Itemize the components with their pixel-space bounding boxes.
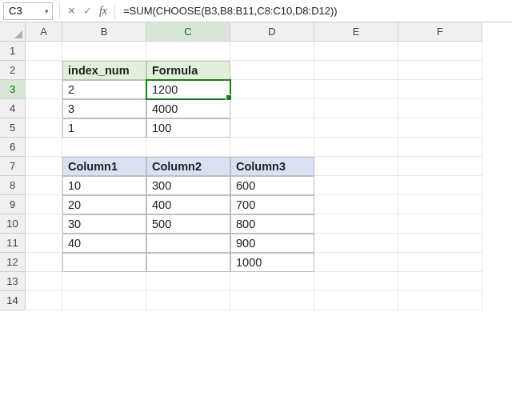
cell-D11[interactable]: 900 [230,234,314,253]
cell-A6[interactable] [26,138,62,157]
cell-D4[interactable] [230,99,314,118]
cell-D2[interactable] [230,61,314,80]
row-header-8[interactable]: 8 [0,176,26,195]
cell-D1[interactable] [230,42,314,61]
col-header-E[interactable]: E [314,22,398,42]
cell-F5[interactable] [398,118,482,138]
cell-F13[interactable] [398,272,482,291]
cell-A7[interactable] [26,157,62,176]
row-header-14[interactable]: 14 [0,291,26,310]
cell-E11[interactable] [314,234,398,253]
cell-E4[interactable] [314,99,398,118]
cell-E12[interactable] [314,253,398,272]
cell-C13[interactable] [146,272,230,291]
cell-C3[interactable]: 1200 [146,80,230,99]
cell-E9[interactable] [314,195,398,214]
cell-F12[interactable] [398,253,482,272]
cell-A8[interactable] [26,176,62,195]
cell-A1[interactable] [26,42,62,61]
cell-F2[interactable] [398,61,482,80]
cell-D10[interactable]: 800 [230,214,314,234]
cell-F9[interactable] [398,195,482,214]
col-header-C[interactable]: C [146,22,230,42]
cell-C12[interactable] [146,253,230,272]
col-header-D[interactable]: D [230,22,314,42]
cell-F8[interactable] [398,176,482,195]
cell-A11[interactable] [26,234,62,253]
cell-F3[interactable] [398,80,482,99]
cell-B7[interactable]: Column1 [62,157,146,176]
row-header-9[interactable]: 9 [0,195,26,214]
cell-D13[interactable] [230,272,314,291]
cell-A12[interactable] [26,253,62,272]
cell-C2[interactable]: Formula [146,61,230,80]
cell-B1[interactable] [62,42,146,61]
cell-C4[interactable]: 4000 [146,99,230,118]
row-header-1[interactable]: 1 [0,42,26,61]
cell-C6[interactable] [146,138,230,157]
cell-A3[interactable] [26,80,62,99]
cell-C1[interactable] [146,42,230,61]
cell-D8[interactable]: 600 [230,176,314,195]
cell-A10[interactable] [26,214,62,234]
cell-A14[interactable] [26,291,62,310]
cell-A4[interactable] [26,99,62,118]
cell-F11[interactable] [398,234,482,253]
cell-B3[interactable]: 2 [62,80,146,99]
cell-B14[interactable] [62,291,146,310]
cell-E3[interactable] [314,80,398,99]
col-header-B[interactable]: B [62,22,146,42]
cell-A2[interactable] [26,61,62,80]
select-all-corner[interactable] [0,22,26,42]
col-header-A[interactable]: A [26,22,62,42]
cell-B2[interactable]: index_num [62,61,146,80]
cell-E2[interactable] [314,61,398,80]
cell-D3[interactable] [230,80,314,99]
cell-C7[interactable]: Column2 [146,157,230,176]
cell-B10[interactable]: 30 [62,214,146,234]
cell-E8[interactable] [314,176,398,195]
row-header-10[interactable]: 10 [0,214,26,234]
row-header-5[interactable]: 5 [0,118,26,138]
cell-D12[interactable]: 1000 [230,253,314,272]
cell-C9[interactable]: 400 [146,195,230,214]
cell-D6[interactable] [230,138,314,157]
row-header-13[interactable]: 13 [0,272,26,291]
cell-D5[interactable] [230,118,314,138]
cell-A9[interactable] [26,195,62,214]
cell-F14[interactable] [398,291,482,310]
name-box[interactable]: C3 ▾ [3,2,53,20]
cancel-icon[interactable]: ✕ [63,2,79,20]
row-header-12[interactable]: 12 [0,253,26,272]
fx-icon[interactable]: fx [95,2,111,20]
cell-E7[interactable] [314,157,398,176]
row-header-2[interactable]: 2 [0,61,26,80]
cell-B13[interactable] [62,272,146,291]
confirm-icon[interactable]: ✓ [79,2,95,20]
row-header-11[interactable]: 11 [0,234,26,253]
cell-D7[interactable]: Column3 [230,157,314,176]
cell-E1[interactable] [314,42,398,61]
cell-A5[interactable] [26,118,62,138]
row-header-6[interactable]: 6 [0,138,26,157]
cell-F10[interactable] [398,214,482,234]
cell-E13[interactable] [314,272,398,291]
cell-E14[interactable] [314,291,398,310]
cell-D9[interactable]: 700 [230,195,314,214]
cell-F4[interactable] [398,99,482,118]
cell-F6[interactable] [398,138,482,157]
row-header-7[interactable]: 7 [0,157,26,176]
cell-F7[interactable] [398,157,482,176]
cell-C5[interactable]: 100 [146,118,230,138]
cell-F1[interactable] [398,42,482,61]
cell-C11[interactable] [146,234,230,253]
cell-C14[interactable] [146,291,230,310]
cell-B12[interactable] [62,253,146,272]
row-header-3[interactable]: 3 [0,80,26,99]
cell-B9[interactable]: 20 [62,195,146,214]
cell-E5[interactable] [314,118,398,138]
cell-A13[interactable] [26,272,62,291]
col-header-F[interactable]: F [398,22,482,42]
cell-B8[interactable]: 10 [62,176,146,195]
cell-C10[interactable]: 500 [146,214,230,234]
